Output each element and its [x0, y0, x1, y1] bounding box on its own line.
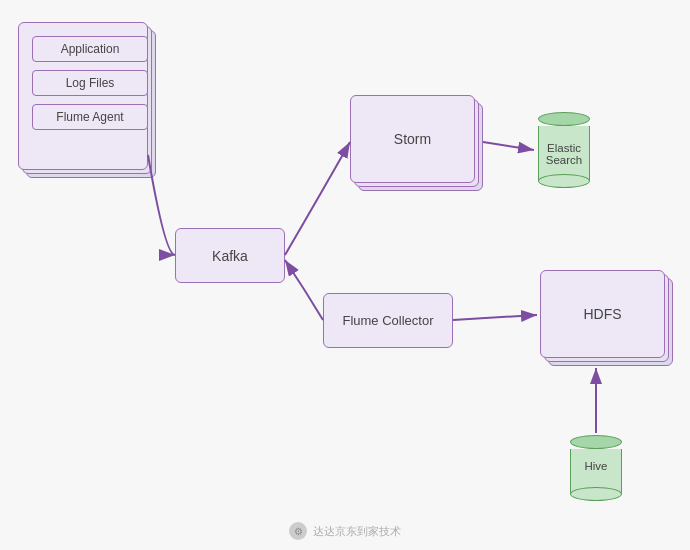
watermark-text: 达达京东到家技术: [313, 524, 401, 539]
flume-to-hdfs-arrow: [453, 315, 537, 320]
storm-label: Storm: [350, 95, 475, 183]
storm-stack: Storm: [350, 95, 480, 190]
application-box: Application: [32, 36, 148, 62]
elastic-search-cylinder: Elastic Search: [538, 112, 590, 188]
storm-to-elastic-arrow: [483, 142, 534, 150]
kafka-to-storm-arrow: [285, 142, 350, 255]
hive-label: Hive: [584, 460, 607, 472]
application-stack: Application Log Files Flume Agent: [18, 22, 153, 177]
hdfs-stack: HDFS: [540, 270, 670, 365]
elastic-search-label-line2: Search: [546, 154, 582, 166]
watermark: ⚙ 达达京东到家技术: [289, 522, 401, 540]
kafka-box: Kafka: [175, 228, 285, 283]
flume-collector-box: Flume Collector: [323, 293, 453, 348]
flume-to-kafka-arrow: [285, 260, 323, 320]
flume-agent-box: Flume Agent: [32, 104, 148, 130]
elastic-search-label-line1: Elastic: [547, 142, 581, 154]
log-files-box: Log Files: [32, 70, 148, 96]
diagram-container: Application Log Files Flume Agent Storm …: [0, 0, 690, 550]
hive-cylinder: Hive: [570, 435, 622, 501]
watermark-icon: ⚙: [289, 522, 307, 540]
hdfs-label: HDFS: [540, 270, 665, 358]
